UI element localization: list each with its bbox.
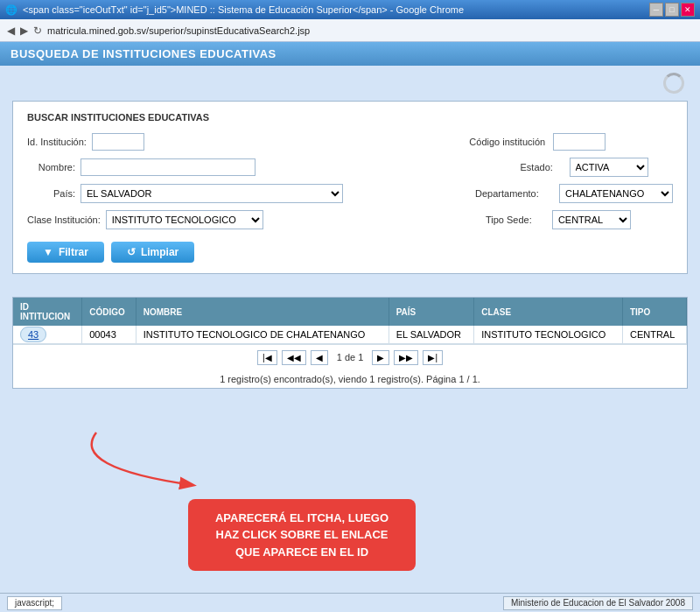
id-institucion-input[interactable] bbox=[92, 133, 144, 151]
pais-label: País: bbox=[27, 188, 75, 199]
nombre-group: Nombre: bbox=[27, 158, 332, 176]
clear-label: Limpiar bbox=[141, 246, 178, 258]
back-icon[interactable]: ◀ bbox=[7, 25, 15, 37]
form-row-3: País: EL SALVADOR Departamento: CHALATEN… bbox=[27, 184, 673, 203]
id-institucion-label: Id. Institución: bbox=[27, 137, 87, 147]
address-bar: ◀ ▶ ↻ matricula.mined.gob.sv/superior/su… bbox=[0, 19, 700, 42]
pagination-area: |◀ ◀◀ ◀ 1 de 1 ▶ ▶▶ ▶| bbox=[13, 344, 687, 370]
cell-pais: EL SALVADOR bbox=[388, 326, 474, 344]
clase-institucion-select[interactable]: INSTITUTO TECNOLOGICO bbox=[106, 210, 263, 229]
departamento-label: Departamento: bbox=[475, 188, 554, 199]
clear-icon: ↺ bbox=[127, 246, 136, 258]
main-content: BUSCAR INSTITUCIONES EDUCATIVAS Id. Inst… bbox=[0, 66, 700, 588]
results-summary: 1 registro(s) encontrado(s), viendo 1 re… bbox=[13, 370, 687, 388]
title-bar: 🌐 <span class="iceOutTxt" id="j_id5">MIN… bbox=[0, 0, 700, 19]
cell-codigo: 00043 bbox=[82, 326, 136, 344]
cell-tipo: CENTRAL bbox=[622, 326, 686, 344]
clear-button[interactable]: ↺ Limpiar bbox=[111, 242, 194, 263]
window-title: <span class="iceOutTxt" id="j_id5">MINED… bbox=[23, 4, 464, 15]
results-area: IDINTITUCION CÓDIGO NOMBRE PAÍS CLASE TI… bbox=[12, 297, 688, 389]
form-row-4: Clase Institución: INSTITUTO TECNOLOGICO… bbox=[27, 210, 673, 229]
departamento-select[interactable]: CHALATENANGO bbox=[559, 184, 673, 203]
status-left: javascript; bbox=[7, 596, 62, 610]
filter-label: Filtrar bbox=[59, 246, 88, 258]
filter-button[interactable]: ▼ Filtrar bbox=[27, 242, 104, 263]
maximize-button[interactable]: □ bbox=[665, 3, 679, 17]
page-header: BUSQUEDA DE INSTITUCIONES EDUCATIVAS bbox=[0, 42, 700, 66]
forward-icon[interactable]: ▶ bbox=[20, 25, 28, 37]
first-page-button[interactable]: |◀ bbox=[257, 350, 277, 365]
clase-institucion-group: Clase Institución: INSTITUTO TECNOLOGICO bbox=[27, 210, 263, 229]
annotation-bubble: APARECERÁ EL ITCHA, LUEGO HAZ CLICK SOBR… bbox=[188, 499, 416, 572]
page-info: 1 de 1 bbox=[337, 352, 364, 362]
prev-prev-page-button[interactable]: ◀◀ bbox=[282, 350, 306, 365]
estado-select[interactable]: ACTIVA INACTIVA bbox=[570, 158, 648, 177]
cell-clase: INSTITUTO TECNOLOGICO bbox=[474, 326, 623, 344]
separator bbox=[12, 274, 688, 285]
status-right: Ministerio de Educacion de El Salvador 2… bbox=[503, 596, 693, 610]
col-header-clase: CLASE bbox=[474, 298, 623, 326]
results-table: IDINTITUCION CÓDIGO NOMBRE PAÍS CLASE TI… bbox=[13, 298, 687, 344]
codigo-institucion-label: Código institución bbox=[469, 137, 548, 147]
title-bar-icon: 🌐 bbox=[5, 4, 18, 16]
address-text[interactable]: matricula.mined.gob.sv/superior/supinstE… bbox=[47, 25, 310, 36]
search-box-title: BUSCAR INSTITUCIONES EDUCATIVAS bbox=[27, 112, 673, 123]
id-institucion-group: Id. Institución: bbox=[27, 133, 231, 151]
col-header-id: IDINTITUCION bbox=[13, 298, 82, 326]
table-row: 43 00043 INSTITUTO TECNOLOGICO DE CHALAT… bbox=[13, 326, 687, 344]
minimize-button[interactable]: ─ bbox=[649, 3, 663, 17]
form-row-2: Nombre: Estado: ACTIVA INACTIVA bbox=[27, 158, 673, 177]
col-header-pais: PAÍS bbox=[388, 298, 474, 326]
pais-select[interactable]: EL SALVADOR bbox=[80, 184, 343, 203]
clase-institucion-label: Clase Institución: bbox=[27, 215, 101, 225]
spinner-area bbox=[663, 73, 684, 94]
col-header-tipo: TIPO bbox=[622, 298, 686, 326]
btn-area: ▼ Filtrar ↺ Limpiar bbox=[27, 242, 673, 263]
col-header-nombre: NOMBRE bbox=[136, 298, 388, 326]
annotation-arrow bbox=[52, 424, 228, 494]
departamento-group: Departamento: CHALATENANGO bbox=[475, 184, 673, 203]
page-header-title: BUSQUEDA DE INSTITUCIONES EDUCATIVAS bbox=[10, 47, 276, 60]
form-row-1: Id. Institución: Código institución bbox=[27, 133, 673, 151]
codigo-institucion-group: Código institución bbox=[469, 133, 673, 151]
refresh-icon[interactable]: ↻ bbox=[33, 25, 42, 37]
results-summary-text: 1 registro(s) encontrado(s), viendo 1 re… bbox=[220, 374, 480, 384]
codigo-institucion-input[interactable] bbox=[553, 133, 606, 151]
tipo-sede-select[interactable]: CENTRAL bbox=[552, 210, 631, 229]
estado-label: Estado: bbox=[521, 162, 564, 172]
filter-icon: ▼ bbox=[43, 246, 53, 258]
pais-group: País: EL SALVADOR bbox=[27, 184, 343, 203]
next-next-page-button[interactable]: ▶▶ bbox=[394, 350, 418, 365]
annotation-text: APARECERÁ EL ITCHA, LUEGO HAZ CLICK SOBR… bbox=[215, 511, 388, 559]
next-page-button[interactable]: ▶ bbox=[372, 350, 389, 365]
window-controls[interactable]: ─ □ ✕ bbox=[649, 3, 695, 17]
loading-spinner bbox=[663, 73, 684, 94]
id-link[interactable]: 43 bbox=[20, 327, 46, 342]
search-box: BUSCAR INSTITUCIONES EDUCATIVAS Id. Inst… bbox=[12, 101, 688, 274]
tipo-sede-group: Tipo Sede: CENTRAL bbox=[486, 210, 673, 229]
nombre-input[interactable] bbox=[80, 158, 256, 176]
col-header-codigo: CÓDIGO bbox=[82, 298, 136, 326]
estado-group: Estado: ACTIVA INACTIVA bbox=[521, 158, 674, 177]
close-button[interactable]: ✕ bbox=[681, 3, 695, 17]
last-page-button[interactable]: ▶| bbox=[423, 350, 443, 365]
nombre-label: Nombre: bbox=[27, 162, 75, 172]
prev-page-button[interactable]: ◀ bbox=[311, 350, 328, 365]
table-header-row: IDINTITUCION CÓDIGO NOMBRE PAÍS CLASE TI… bbox=[13, 298, 687, 326]
status-bar: javascript; Ministerio de Educacion de E… bbox=[0, 593, 700, 612]
cell-id: 43 bbox=[13, 326, 82, 344]
tipo-sede-label: Tipo Sede: bbox=[486, 215, 547, 225]
cell-nombre: INSTITUTO TECNOLOGICO DE CHALATENANGO bbox=[136, 326, 388, 344]
